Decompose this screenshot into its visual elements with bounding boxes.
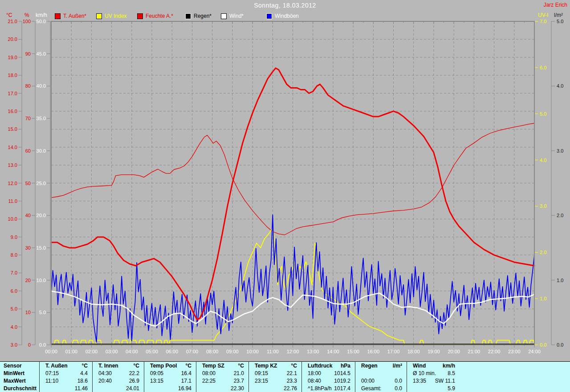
legend-item-1[interactable]: T. Außen* <box>55 13 86 19</box>
axis-tick-label-temp: 8.0 <box>11 252 17 258</box>
axis-tick-label-uv: 0.0 <box>540 342 546 348</box>
axis-tick-label-rain: 1.0 <box>557 278 563 283</box>
x-axis-label: 01:00 <box>65 349 77 354</box>
table-cell-value: 1019.2 <box>308 377 350 385</box>
axis-tick-label-humidity: 10 <box>25 310 31 315</box>
legend-item-3[interactable]: Feuchte A.* <box>137 13 173 19</box>
table-cell-value: 16.94 <box>150 385 191 392</box>
table-cell-unit: km/h <box>413 362 455 370</box>
axis-tick-label-wind: 5.0 <box>39 310 46 315</box>
legend-label: Regen* <box>194 13 212 19</box>
table-cell-value: 1014.5 <box>308 370 350 377</box>
axis-tick-label-rain: 0.0 <box>557 342 563 348</box>
axis-tick-label-temp: 7.0 <box>11 270 17 275</box>
x-axis-label: 24:00 <box>528 349 541 354</box>
axis-tick-label-humidity: 70 <box>25 116 31 121</box>
legend-item-6[interactable]: Windböen <box>266 13 299 19</box>
x-axis-label: 11:00 <box>267 349 279 354</box>
axis-tick-label-wind: 45.0 <box>37 51 46 57</box>
table-row-label: Durchschnitt <box>4 385 38 392</box>
legend-label: Wind* <box>229 13 244 19</box>
table-cell-value <box>361 370 402 377</box>
x-axis-label: 19:00 <box>428 349 440 354</box>
axis-tick-label-wind: 10.0 <box>37 278 46 283</box>
axis-tick-label-temp: 18.0 <box>8 73 17 78</box>
series-wind- <box>51 291 534 326</box>
table-cell-unit: °C <box>150 362 191 370</box>
table-divider <box>92 362 93 392</box>
x-axis-label: 13:00 <box>307 349 319 354</box>
x-axis-label: 02:00 <box>86 349 98 354</box>
x-axis-label: 18:00 <box>407 349 420 354</box>
axis-tick-label-temp: 20.0 <box>8 36 17 42</box>
legend-item-5[interactable]: Wind* <box>221 13 244 19</box>
axis-tick-label-temp: 16.0 <box>8 109 17 114</box>
table-cell-value: 26.9 <box>98 377 139 385</box>
axis-tick-label-wind: 40.0 <box>37 83 46 89</box>
table-cell-value: 11.46 <box>45 385 88 392</box>
x-axis-label: 06:00 <box>166 349 178 354</box>
axis-tick-label-temp: 5.0 <box>11 306 17 311</box>
table-divider <box>407 362 407 392</box>
legend-label: T. Außen* <box>63 13 86 19</box>
legend-item-4[interactable]: Regen* <box>185 13 212 19</box>
axis-tick-label-wind: 15.0 <box>37 245 46 251</box>
table-cell-value: 1017.4 <box>308 385 350 392</box>
x-axis-label: 21:00 <box>468 349 480 354</box>
table-cell-value: 8.5 <box>413 370 455 377</box>
legend-swatch-icon <box>55 13 61 19</box>
table-divider <box>196 362 196 392</box>
axis-tick-label-temp: 17.0 <box>8 91 17 96</box>
axis-tick-label-wind: 0.0 <box>39 342 46 348</box>
table-cell-value: 0.0 <box>361 385 402 392</box>
table-cell-unit: l/m² <box>361 362 402 370</box>
chart-legend: T. Außen*UV IndexFeuchte A.*Regen*Wind*W… <box>0 0 570 21</box>
table-cell-value: 22.30 <box>202 385 244 392</box>
x-axis-label: 05:00 <box>146 349 158 354</box>
x-axis-label: 03:00 <box>106 349 118 354</box>
table-cell-value: 22.76 <box>255 385 297 392</box>
table-divider <box>248 362 249 392</box>
table-cell-value: 22.1 <box>255 370 297 377</box>
table-cell-unit: °C <box>98 362 139 370</box>
axis-tick-label-uv: 4.0 <box>540 158 546 163</box>
x-axis-label: 09:00 <box>226 349 239 354</box>
table-cell-value: 24.01 <box>98 385 139 392</box>
table-cell-value: 23.3 <box>255 377 297 385</box>
axis-tick-label-uv: 3.0 <box>540 203 546 209</box>
axis-tick-label-temp: 12.0 <box>8 181 17 186</box>
axis-tick-label-temp: 11.0 <box>8 198 17 204</box>
x-axis-label: 17:00 <box>387 349 400 354</box>
x-axis-label: 00:00 <box>45 349 57 354</box>
axis-tick-label-rain: 2.0 <box>557 213 563 218</box>
table-row-label: Sensor <box>4 362 38 370</box>
table-divider <box>301 362 302 392</box>
table-cell-value: 5.9 <box>413 385 455 392</box>
x-axis-label: 08:00 <box>206 349 219 354</box>
x-axis-label: 16:00 <box>367 349 380 354</box>
x-axis-label: 23:00 <box>508 349 521 354</box>
legend-swatch-icon <box>96 13 102 19</box>
table-divider <box>355 362 355 392</box>
table-cell-value: 0.0 <box>361 377 402 385</box>
axis-tick-label-humidity: 80 <box>25 83 31 89</box>
legend-swatch-icon <box>185 13 191 19</box>
table-cell-value: 22.2 <box>98 370 139 377</box>
x-axis-label: 10:00 <box>246 349 259 354</box>
legend-item-2[interactable]: UV Index <box>96 13 126 19</box>
table-cell-value: 17.1 <box>150 377 191 385</box>
axis-tick-label-rain: 4.0 <box>557 83 563 89</box>
stats-table: SensorMinWertMaxWertDurchschnittT. Außen… <box>0 361 570 392</box>
axis-tick-label-temp: 9.0 <box>11 234 17 240</box>
x-axis-label: 14:00 <box>327 349 339 354</box>
axis-tick-label-uv: 1.0 <box>540 296 546 301</box>
table-cell-value: 18.6 <box>45 377 88 385</box>
weather-app-window: Sonntag, 18.03.2012 Jarz Erich 3.04.05.0… <box>0 0 570 392</box>
axis-tick-label-humidity: 30 <box>25 245 31 251</box>
legend-label: Windböen <box>275 13 299 19</box>
table-cell-value: 21.0 <box>202 370 244 377</box>
axis-tick-label-uv: 5.0 <box>540 111 546 117</box>
x-axis-label: 12:00 <box>287 349 299 354</box>
axis-tick-label-humidity: 20 <box>25 278 31 283</box>
axis-tick-label-rain: 3.0 <box>557 148 563 154</box>
